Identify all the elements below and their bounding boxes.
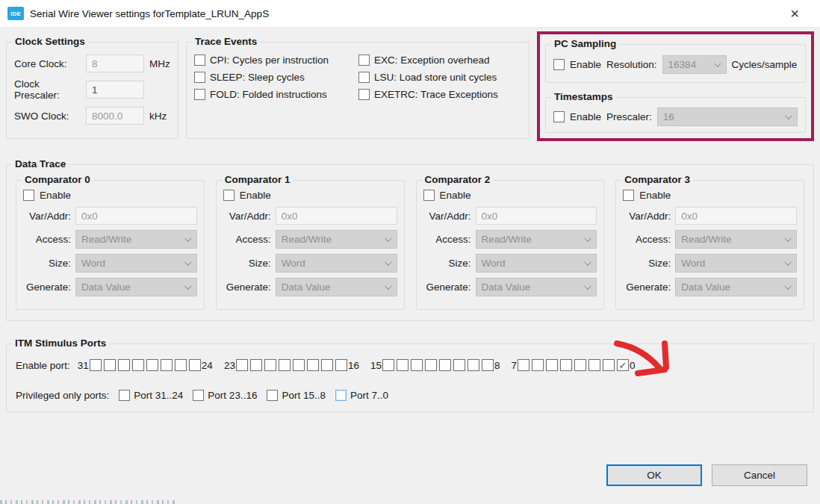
comparator-2-size-select[interactable]: Word	[476, 254, 597, 273]
port-checkbox[interactable]	[250, 359, 262, 371]
port-checkbox[interactable]	[264, 359, 276, 371]
fold-checkbox[interactable]	[194, 89, 205, 100]
sleep-checkbox[interactable]	[194, 72, 205, 83]
checkbox-exc[interactable]: EXC: Exception overhead	[358, 55, 523, 66]
swo-clock-label: SWO Clock:	[14, 111, 86, 122]
clock-prescaler-field[interactable]: 1	[86, 81, 144, 99]
port-checkbox[interactable]	[382, 359, 394, 371]
privileged-15-8-checkbox[interactable]	[267, 390, 278, 401]
comparator-2-generate-select[interactable]: Data Value	[476, 278, 597, 296]
port-checkbox[interactable]	[321, 359, 333, 371]
cpi-checkbox[interactable]	[194, 55, 205, 66]
checkbox-fold[interactable]: FOLD: Folded instructions	[194, 89, 355, 100]
itm-stimulus-ports-title: ITM Stimulus Ports	[12, 337, 109, 349]
comparator-1-enable-checkbox[interactable]	[223, 190, 234, 201]
exc-checkbox[interactable]	[358, 55, 370, 66]
comparator-3-enable[interactable]: Enable	[623, 190, 797, 201]
privileged-port-31-24[interactable]: Port 31..24	[119, 390, 183, 401]
comparator-2-enable[interactable]: Enable	[423, 190, 597, 201]
comparator-0-varaddr-field[interactable]: 0x0	[75, 207, 197, 225]
port-checkbox[interactable]	[90, 359, 102, 371]
comparator-0-enable[interactable]: Enable	[23, 190, 197, 201]
privileged-port-7-0[interactable]: Port 7..0	[335, 390, 388, 401]
port-checkbox[interactable]	[146, 359, 158, 371]
port-checkbox[interactable]	[453, 359, 465, 371]
checkbox-cpi[interactable]: CPI: Cycles per instruction	[194, 55, 355, 66]
comparator-2-enable-checkbox[interactable]	[423, 190, 435, 201]
port-num-hi: 15	[370, 360, 382, 371]
port-checkbox[interactable]	[397, 359, 409, 371]
port-checkbox[interactable]	[532, 359, 544, 371]
port-checkbox[interactable]	[411, 359, 423, 371]
privileged-31-24-checkbox[interactable]	[119, 390, 130, 401]
port-checkbox[interactable]	[482, 359, 494, 371]
close-icon[interactable]: ×	[787, 6, 802, 21]
port-checkbox[interactable]	[161, 359, 173, 371]
comparator-2-access-select[interactable]: Read/Write	[476, 230, 597, 249]
port-checkbox[interactable]	[175, 359, 187, 371]
port-checkboxes	[382, 359, 494, 371]
port-checkbox[interactable]	[104, 359, 116, 371]
port-checkbox[interactable]	[307, 359, 319, 371]
swo-clock-field[interactable]: 8000.0	[86, 107, 144, 125]
privileged-23-16-checkbox[interactable]	[193, 390, 204, 401]
comparator-3-size-select[interactable]: Word	[675, 254, 797, 273]
lsu-checkbox[interactable]	[358, 72, 370, 83]
privileged-port-23-16[interactable]: Port 23..16	[193, 390, 257, 401]
port-checkbox[interactable]	[279, 359, 291, 371]
comparator-1-size-select[interactable]: Word	[276, 254, 397, 273]
timestamps-row: Enable Prescaler: 16	[553, 108, 798, 126]
port-checkbox[interactable]	[603, 359, 615, 371]
port-checkbox[interactable]	[518, 359, 529, 371]
comparator-3-access-select[interactable]: Read/Write	[675, 230, 797, 249]
chevron-down-icon	[584, 282, 591, 290]
port-checkbox[interactable]	[236, 359, 248, 371]
pc-sampling-enable-checkbox[interactable]	[553, 59, 565, 70]
port-checkbox[interactable]	[588, 359, 600, 371]
comparator-3-enable-checkbox[interactable]	[623, 190, 634, 201]
port-checkbox-0-checked[interactable]: ✓	[617, 359, 629, 371]
comparator-1-generate-select[interactable]: Data Value	[276, 278, 397, 296]
comparator-0-access-select[interactable]: Read/Write	[75, 230, 197, 249]
comparator-1-access-select[interactable]: Read/Write	[276, 230, 397, 249]
port-checkbox[interactable]	[574, 359, 586, 371]
port-checkbox[interactable]	[189, 359, 201, 371]
comparator-1-enable-label: Enable	[240, 190, 271, 201]
core-clock-field[interactable]: 8	[86, 55, 144, 72]
port-checkbox[interactable]	[546, 359, 558, 371]
comparator-2-varaddr-field[interactable]: 0x0	[476, 207, 597, 225]
comparator-2-generate-row: Generate: Data Value	[423, 278, 597, 296]
port-checkbox[interactable]	[335, 359, 347, 371]
port-checkbox[interactable]	[118, 359, 130, 371]
port-checkbox[interactable]	[293, 359, 305, 371]
port-checkbox[interactable]	[468, 359, 479, 371]
privileged-port-15-8[interactable]: Port 15..8	[267, 390, 326, 401]
comparator-1-enable[interactable]: Enable	[223, 190, 397, 201]
port-checkbox[interactable]	[560, 359, 572, 371]
comparator-0-generate-select[interactable]: Data Value	[75, 278, 197, 296]
comparator-2-enable-label: Enable	[440, 190, 471, 201]
lsu-label: LSU: Load store unit cycles	[374, 72, 497, 83]
comparator-3-varaddr-field[interactable]: 0x0	[675, 207, 797, 225]
checkbox-lsu[interactable]: LSU: Load store unit cycles	[358, 72, 523, 83]
cancel-button[interactable]: Cancel	[712, 464, 807, 486]
prescaler-select[interactable]: 16	[657, 108, 798, 126]
exetrc-checkbox[interactable]	[358, 89, 370, 100]
port-checkbox[interactable]	[132, 359, 144, 371]
ok-button[interactable]: OK	[606, 464, 702, 486]
port-num-lo: 24	[202, 360, 213, 371]
comparator-0-enable-checkbox[interactable]	[23, 190, 34, 201]
port-num-hi: 31	[78, 360, 89, 371]
checkbox-exetrc[interactable]: EXETRC: Trace Exceptions	[358, 89, 523, 100]
privileged-7-0-checkbox[interactable]	[335, 390, 347, 401]
port-num-lo: 0	[630, 360, 636, 371]
comparator-0-size-select[interactable]: Word	[75, 254, 197, 273]
port-checkbox[interactable]	[425, 359, 437, 371]
checkbox-sleep[interactable]: SLEEP: Sleep cycles	[194, 72, 355, 83]
timestamps-enable-checkbox[interactable]	[553, 111, 565, 122]
resolution-select[interactable]: 16384	[662, 55, 727, 74]
port-checkbox[interactable]	[439, 359, 451, 371]
swo-clock-unit: kHz	[149, 111, 167, 122]
comparator-1-varaddr-field[interactable]: 0x0	[276, 207, 397, 225]
comparator-3-generate-select[interactable]: Data Value	[675, 278, 797, 296]
